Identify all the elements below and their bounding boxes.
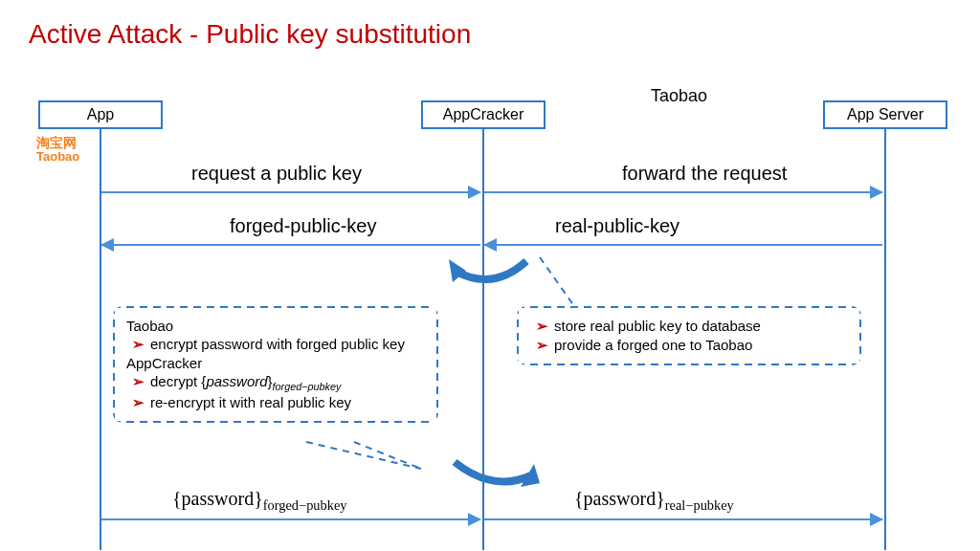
arrow-app-to-cracker-request [101,191,480,193]
arrow-app-to-cracker-password [101,518,480,520]
msg-password-forged: {password}forged−pubkey [172,488,347,514]
svg-line-3 [354,442,421,469]
callout-left-item2: ➢decrypt {password}forged−pubkey [132,373,425,392]
callout-tail-left [287,440,440,474]
lifeline-appserver [884,129,886,550]
msg-request-public-key: request a public key [191,163,362,185]
callout-left-hdr2: AppCracker [126,355,425,371]
actor-appserver: App Server [823,100,947,129]
curved-arrow-icon-2 [440,454,555,502]
taobao-logo: 淘宝网 Taobao [36,136,79,165]
taobao-logo-en: Taobao [36,150,79,164]
callout-tail-right [536,253,593,311]
callout-right-item2: ➢provide a forged one to Taobao [536,337,848,354]
callout-cracker-actions: ➢store real public key to database ➢prov… [517,306,861,365]
taobao-label: Taobao [651,86,707,106]
arrow-cracker-to-server-forward [484,191,882,193]
msg-forged-public-key: forged-public-key [230,215,376,237]
actor-appcracker: AppCracker [421,100,546,129]
arrow-server-to-cracker-real [484,244,882,246]
taobao-logo-cn: 淘宝网 [36,136,79,150]
slide-title: Active Attack - Public key substitution [29,19,471,50]
callout-left-hdr1: Taobao [126,318,425,334]
arrow-cracker-to-app-forged [101,244,480,246]
msg-password-real: {password}real−pubkey [574,488,734,514]
msg-real-public-key: real-public-key [555,215,679,237]
arrow-cracker-to-server-password [484,518,882,520]
svg-line-1 [540,257,574,306]
callout-right-item1: ➢store real public key to database [536,318,848,335]
msg-forward-request: forward the request [622,163,787,185]
curved-arrow-icon [435,253,550,301]
callout-left-item1: ➢encrypt password with forged public key [132,336,425,353]
svg-line-2 [306,442,421,469]
callout-taobao-cracker-steps: Taobao ➢encrypt password with forged pub… [113,306,438,423]
callout-left-item3: ➢re-encrypt it with real public key [132,394,425,411]
actor-app: App [38,100,163,129]
